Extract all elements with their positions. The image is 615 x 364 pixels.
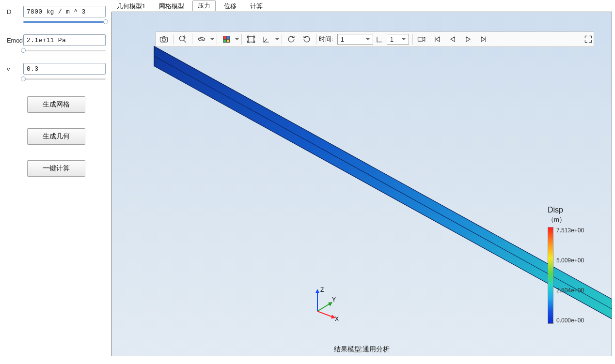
- density-label: D: [7, 8, 23, 15]
- legend-max: 7.513e+00: [556, 227, 584, 234]
- legend-colorbar: [548, 227, 553, 324]
- time-label: 时间:: [318, 32, 335, 46]
- fit-view-icon[interactable]: [243, 32, 259, 46]
- time-combo[interactable]: 1: [337, 34, 373, 45]
- svg-line-5: [184, 41, 186, 43]
- fullscreen-icon[interactable]: [583, 32, 594, 46]
- legend-q3: 5.009e+00: [556, 257, 584, 264]
- legend-q1: 2.504e+00: [556, 287, 584, 294]
- step-combo[interactable]: 1: [387, 34, 409, 45]
- svg-line-11: [317, 303, 330, 311]
- emod-slider[interactable]: [23, 47, 106, 53]
- tab-pressure[interactable]: 压力: [192, 0, 216, 11]
- colormap-dropdown[interactable]: [234, 32, 240, 46]
- color-legend: Disp （m） 7.513e+00 5.009e+00 2.504e+00 0…: [548, 206, 601, 324]
- axis-z-label: Z: [320, 287, 324, 293]
- density-input[interactable]: [23, 6, 106, 17]
- nu-label: v: [7, 65, 23, 73]
- svg-marker-10: [315, 289, 319, 293]
- tab-compute[interactable]: 计算: [245, 0, 268, 11]
- colormap-icon[interactable]: [219, 32, 234, 46]
- generate-mesh-button[interactable]: 生成网格: [27, 96, 85, 113]
- skip-last-icon[interactable]: [476, 32, 492, 46]
- work-area: 几何模型1 网格模型 压力 位移 计算: [111, 0, 615, 364]
- step-combo-value: 1: [390, 36, 394, 43]
- svg-point-4: [179, 36, 184, 41]
- svg-marker-0: [154, 46, 612, 321]
- axis-x-label: X: [335, 316, 339, 322]
- time-combo-value: 1: [341, 36, 344, 43]
- generate-geometry-button[interactable]: 生成几何: [27, 128, 85, 145]
- tab-geometry[interactable]: 几何模型1: [111, 0, 151, 11]
- emod-row: Emod: [7, 34, 106, 46]
- axes-dropdown[interactable]: [274, 32, 280, 46]
- svg-rect-7: [248, 36, 254, 42]
- density-slider[interactable]: [23, 19, 106, 25]
- nu-row: v: [7, 63, 106, 75]
- axis-y-label: Y: [332, 296, 336, 303]
- clip-plane-icon[interactable]: [194, 32, 209, 46]
- viewport-toolbar: 时间: 1 1: [156, 31, 594, 47]
- zoom-flash-icon[interactable]: [175, 32, 190, 46]
- nu-input[interactable]: [23, 63, 106, 75]
- svg-line-13: [317, 311, 333, 317]
- onekey-compute-button[interactable]: 一键计算: [27, 160, 85, 177]
- model-tabs: 几何模型1 网格模型 压力 位移 计算: [111, 0, 615, 12]
- nu-slider[interactable]: [23, 76, 106, 82]
- axis-triad: Z Y X: [311, 283, 340, 312]
- viewport-caption: 结果模型:通用分析: [112, 345, 612, 354]
- rotate-ccw-icon[interactable]: [299, 32, 315, 46]
- legend-min: 0.000e+00: [556, 317, 584, 324]
- camera-icon[interactable]: [156, 32, 172, 46]
- play-forward-icon[interactable]: [461, 32, 476, 46]
- legend-unit: （m）: [548, 215, 601, 224]
- tab-mesh[interactable]: 网格模型: [154, 0, 189, 11]
- record-icon[interactable]: [414, 32, 430, 46]
- legend-title: Disp: [548, 206, 601, 214]
- svg-point-3: [162, 38, 165, 42]
- emod-label: Emod: [7, 37, 23, 44]
- parameter-panel: D Emod v 生成网格 生成几何 一键计算: [0, 0, 111, 364]
- axes-xyz-icon[interactable]: [259, 32, 274, 46]
- beam-model: [111, 12, 612, 353]
- play-back-icon[interactable]: [445, 32, 461, 46]
- svg-rect-8: [418, 37, 423, 41]
- rotate-cw-icon[interactable]: [284, 32, 299, 46]
- density-row: D: [7, 6, 106, 17]
- emod-input[interactable]: [23, 34, 106, 46]
- skip-first-icon[interactable]: [430, 32, 445, 46]
- tab-displace[interactable]: 位移: [219, 0, 242, 11]
- viewport-3d[interactable]: 时间: 1 1: [111, 12, 612, 356]
- angle-icon[interactable]: [375, 32, 385, 46]
- clip-plane-dropdown[interactable]: [209, 32, 215, 46]
